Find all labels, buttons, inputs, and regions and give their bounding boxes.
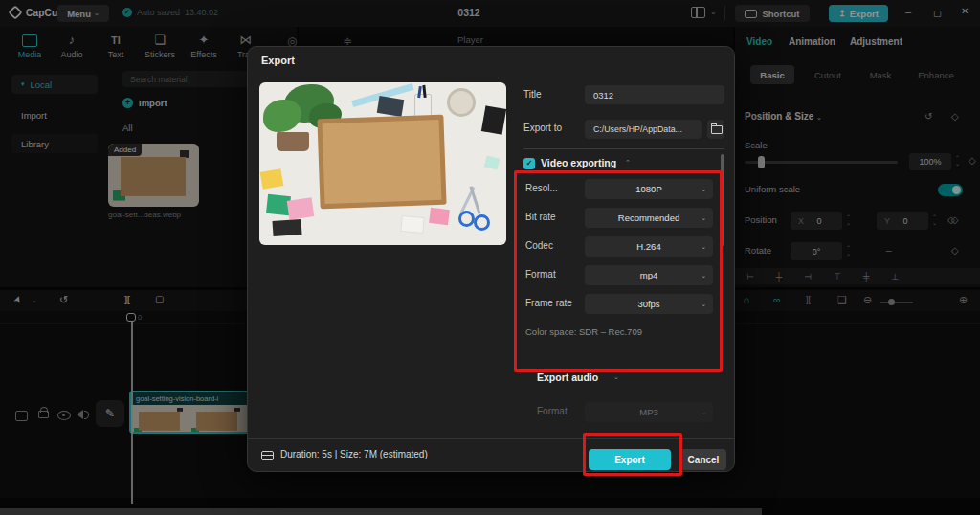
bitrate-value: Recommended bbox=[618, 213, 679, 223]
chevron-down-icon: ⌄ bbox=[701, 301, 706, 308]
scissors-handle bbox=[458, 211, 475, 227]
export-dialog: Export Title bbox=[247, 46, 735, 472]
codec-label: Codec bbox=[525, 240, 553, 251]
format-label: Format bbox=[525, 269, 556, 280]
collapse-chevron-icon[interactable]: ⌃ bbox=[625, 159, 631, 167]
bitrate-label: Bit rate bbox=[525, 212, 556, 222]
photo-prop bbox=[481, 105, 506, 134]
title-field-label: Title bbox=[523, 89, 542, 100]
framerate-value: 30fps bbox=[637, 299, 659, 309]
sticky-note bbox=[400, 215, 424, 234]
dialog-footer: Duration: 5s | Size: 7M (estimated) Expo… bbox=[248, 438, 734, 473]
framerate-dropdown[interactable]: 30fps ⌄ bbox=[585, 294, 713, 314]
chevron-down-icon: ⌄ bbox=[701, 214, 706, 222]
export-confirm-button[interactable]: Export bbox=[589, 449, 671, 470]
vision-board bbox=[317, 115, 446, 210]
dialog-title: Export bbox=[261, 55, 295, 66]
audio-format-label: Format bbox=[537, 406, 568, 416]
photo-prop bbox=[377, 96, 404, 117]
export-audio-label: Export audio bbox=[537, 371, 598, 383]
sticky-note bbox=[260, 168, 284, 190]
coffee-cup bbox=[447, 88, 476, 117]
video-exporting-label: Video exporting bbox=[541, 157, 616, 168]
audio-format-dropdown[interactable]: MP3 ⌄ bbox=[585, 402, 713, 422]
framerate-label: Frame rate bbox=[525, 298, 572, 308]
cancel-button[interactable]: Cancel bbox=[680, 449, 726, 470]
duration-size-info: Duration: 5s | Size: 7M (estimated) bbox=[280, 449, 428, 459]
collapse-chevron-icon[interactable]: ⌄ bbox=[613, 373, 619, 381]
video-exporting-checkbox[interactable]: ✓ bbox=[523, 158, 535, 169]
chevron-down-icon: ⌄ bbox=[701, 409, 706, 416]
format-value: mp4 bbox=[640, 270, 657, 280]
photo-prop bbox=[272, 219, 301, 236]
scissors-blade bbox=[469, 186, 480, 213]
divider bbox=[523, 148, 724, 149]
pen bbox=[422, 85, 426, 98]
color-space-text: Color space: SDR – Rec.709 bbox=[525, 326, 642, 337]
export-to-field[interactable]: C:/Users/HP/AppData... bbox=[585, 120, 702, 139]
film-icon bbox=[261, 451, 274, 460]
capcut-window: CapCut Menu ⌄ ✓ Auto saved 13:40:02 0312… bbox=[0, 0, 980, 515]
sticky-note bbox=[287, 197, 315, 219]
chevron-down-icon: ⌄ bbox=[701, 186, 706, 193]
resolution-value: 1080P bbox=[635, 184, 661, 194]
sticky-note bbox=[429, 208, 450, 225]
export-preview-image bbox=[259, 82, 506, 245]
folder-icon bbox=[711, 125, 723, 134]
browse-folder-button[interactable] bbox=[707, 120, 724, 139]
sticky-note bbox=[484, 155, 500, 169]
title-field[interactable]: 0312 bbox=[585, 85, 724, 104]
codec-dropdown[interactable]: H.264 ⌄ bbox=[585, 236, 713, 257]
plant-leaves bbox=[263, 100, 301, 132]
bitrate-dropdown[interactable]: Recommended ⌄ bbox=[585, 208, 713, 228]
dialog-scrollbar[interactable] bbox=[721, 154, 724, 246]
resolution-dropdown[interactable]: 1080P ⌄ bbox=[585, 179, 713, 199]
scissors-handle bbox=[474, 214, 490, 231]
resolution-label: Resol... bbox=[525, 183, 558, 193]
chevron-down-icon: ⌄ bbox=[701, 243, 706, 251]
codec-value: H.264 bbox=[636, 241, 660, 252]
audio-format-value: MP3 bbox=[639, 407, 658, 417]
format-dropdown[interactable]: mp4 ⌄ bbox=[585, 265, 713, 285]
export-to-label: Export to bbox=[523, 123, 562, 133]
plant-pot bbox=[277, 132, 309, 151]
chevron-down-icon: ⌄ bbox=[701, 272, 706, 280]
